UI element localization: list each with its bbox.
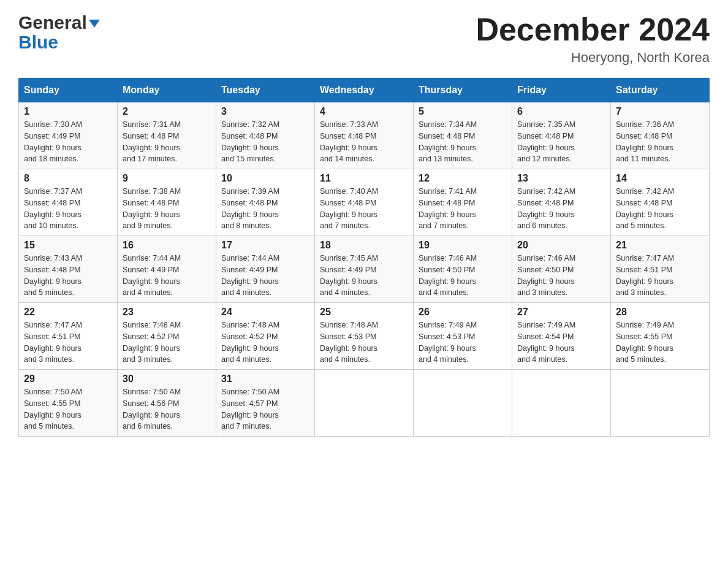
day-sun-info: Sunrise: 7:42 AMSunset: 4:48 PMDaylight:… [517,186,605,232]
day-number: 24 [221,307,309,318]
calendar-day-cell: 9Sunrise: 7:38 AMSunset: 4:48 PMDaylight… [118,169,216,236]
calendar-day-cell: 29Sunrise: 7:50 AMSunset: 4:55 PMDayligh… [19,370,118,437]
calendar-day-cell: 8Sunrise: 7:37 AMSunset: 4:48 PMDaylight… [19,169,118,236]
calendar-day-cell: 25Sunrise: 7:48 AMSunset: 4:53 PMDayligh… [315,303,414,370]
calendar-day-cell: 26Sunrise: 7:49 AMSunset: 4:53 PMDayligh… [414,303,512,370]
calendar-day-cell: 27Sunrise: 7:49 AMSunset: 4:54 PMDayligh… [512,303,611,370]
day-sun-info: Sunrise: 7:46 AMSunset: 4:50 PMDaylight:… [517,253,605,299]
calendar-week-row: 29Sunrise: 7:50 AMSunset: 4:55 PMDayligh… [19,370,710,437]
day-sun-info: Sunrise: 7:40 AMSunset: 4:48 PMDaylight:… [320,186,408,232]
day-sun-info: Sunrise: 7:42 AMSunset: 4:48 PMDaylight:… [616,186,704,232]
weekday-header-wednesday: Wednesday [315,79,414,102]
calendar-week-row: 15Sunrise: 7:43 AMSunset: 4:48 PMDayligh… [19,236,710,303]
day-sun-info: Sunrise: 7:32 AMSunset: 4:48 PMDaylight:… [221,119,309,165]
day-number: 7 [616,106,704,117]
day-number: 29 [24,373,112,385]
day-sun-info: Sunrise: 7:41 AMSunset: 4:48 PMDaylight:… [419,186,507,232]
day-sun-info: Sunrise: 7:45 AMSunset: 4:49 PMDaylight:… [320,253,408,299]
calendar-day-cell: 17Sunrise: 7:44 AMSunset: 4:49 PMDayligh… [216,236,315,303]
weekday-header-thursday: Thursday [414,79,512,102]
calendar-day-cell: 13Sunrise: 7:42 AMSunset: 4:48 PMDayligh… [512,169,611,236]
day-sun-info: Sunrise: 7:50 AMSunset: 4:55 PMDaylight:… [24,386,112,432]
calendar-day-cell: 21Sunrise: 7:47 AMSunset: 4:51 PMDayligh… [611,236,710,303]
day-sun-info: Sunrise: 7:38 AMSunset: 4:48 PMDaylight:… [123,186,211,232]
logo-blue-text: Blue [18,33,58,52]
calendar-day-cell: 12Sunrise: 7:41 AMSunset: 4:48 PMDayligh… [414,169,512,236]
calendar-day-cell: 15Sunrise: 7:43 AMSunset: 4:48 PMDayligh… [19,236,118,303]
calendar-day-cell: 24Sunrise: 7:48 AMSunset: 4:52 PMDayligh… [216,303,315,370]
day-number: 17 [221,240,309,251]
day-sun-info: Sunrise: 7:48 AMSunset: 4:52 PMDaylight:… [221,320,309,366]
calendar-day-cell: 18Sunrise: 7:45 AMSunset: 4:49 PMDayligh… [315,236,414,303]
calendar-day-cell: 7Sunrise: 7:36 AMSunset: 4:48 PMDaylight… [611,102,710,169]
day-sun-info: Sunrise: 7:46 AMSunset: 4:50 PMDaylight:… [419,253,507,299]
calendar-week-row: 8Sunrise: 7:37 AMSunset: 4:48 PMDaylight… [19,169,710,236]
calendar-day-cell: 22Sunrise: 7:47 AMSunset: 4:51 PMDayligh… [19,303,118,370]
location-subtitle: Hoeryong, North Korea [476,50,710,66]
day-number: 27 [517,307,605,318]
day-sun-info: Sunrise: 7:50 AMSunset: 4:56 PMDaylight:… [123,386,211,432]
day-number: 25 [320,307,408,318]
day-number: 20 [517,240,605,251]
day-number: 5 [419,106,507,117]
day-sun-info: Sunrise: 7:43 AMSunset: 4:48 PMDaylight:… [24,253,112,299]
page-header: General Blue December 2024 Hoeryong, Nor… [18,12,710,66]
calendar-day-cell [414,370,512,437]
day-sun-info: Sunrise: 7:37 AMSunset: 4:48 PMDaylight:… [24,186,112,232]
day-sun-info: Sunrise: 7:47 AMSunset: 4:51 PMDaylight:… [24,320,112,366]
day-number: 2 [123,106,211,117]
logo: General Blue [18,12,100,52]
calendar-day-cell: 4Sunrise: 7:33 AMSunset: 4:48 PMDaylight… [315,102,414,169]
day-number: 3 [221,106,309,117]
day-sun-info: Sunrise: 7:48 AMSunset: 4:52 PMDaylight:… [123,320,211,366]
calendar-day-cell: 1Sunrise: 7:30 AMSunset: 4:49 PMDaylight… [19,102,118,169]
calendar-day-cell: 16Sunrise: 7:44 AMSunset: 4:49 PMDayligh… [118,236,216,303]
day-number: 4 [320,106,408,117]
day-sun-info: Sunrise: 7:31 AMSunset: 4:48 PMDaylight:… [123,119,211,165]
weekday-header-row: SundayMondayTuesdayWednesdayThursdayFrid… [19,79,710,102]
logo-triangle-icon [89,20,100,28]
day-number: 14 [616,173,704,184]
calendar-day-cell: 2Sunrise: 7:31 AMSunset: 4:48 PMDaylight… [118,102,216,169]
day-sun-info: Sunrise: 7:47 AMSunset: 4:51 PMDaylight:… [616,253,704,299]
day-number: 8 [24,173,112,184]
day-sun-info: Sunrise: 7:34 AMSunset: 4:48 PMDaylight:… [419,119,507,165]
day-number: 18 [320,240,408,251]
day-number: 19 [419,240,507,251]
day-sun-info: Sunrise: 7:44 AMSunset: 4:49 PMDaylight:… [221,253,309,299]
day-sun-info: Sunrise: 7:33 AMSunset: 4:48 PMDaylight:… [320,119,408,165]
calendar-day-cell: 3Sunrise: 7:32 AMSunset: 4:48 PMDaylight… [216,102,315,169]
day-number: 15 [24,240,112,251]
calendar-day-cell: 6Sunrise: 7:35 AMSunset: 4:48 PMDaylight… [512,102,611,169]
day-sun-info: Sunrise: 7:50 AMSunset: 4:57 PMDaylight:… [221,386,309,432]
day-number: 12 [419,173,507,184]
calendar-day-cell [315,370,414,437]
day-sun-info: Sunrise: 7:36 AMSunset: 4:48 PMDaylight:… [616,119,704,165]
day-sun-info: Sunrise: 7:30 AMSunset: 4:49 PMDaylight:… [24,119,112,165]
weekday-header-monday: Monday [118,79,216,102]
calendar-week-row: 22Sunrise: 7:47 AMSunset: 4:51 PMDayligh… [19,303,710,370]
calendar-day-cell [611,370,710,437]
day-number: 26 [419,307,507,318]
weekday-header-saturday: Saturday [611,79,710,102]
day-number: 11 [320,173,408,184]
calendar-day-cell: 11Sunrise: 7:40 AMSunset: 4:48 PMDayligh… [315,169,414,236]
day-number: 23 [123,307,211,318]
day-number: 10 [221,173,309,184]
calendar-day-cell: 31Sunrise: 7:50 AMSunset: 4:57 PMDayligh… [216,370,315,437]
weekday-header-tuesday: Tuesday [216,79,315,102]
day-sun-info: Sunrise: 7:35 AMSunset: 4:48 PMDaylight:… [517,119,605,165]
day-sun-info: Sunrise: 7:48 AMSunset: 4:53 PMDaylight:… [320,320,408,366]
weekday-header-friday: Friday [512,79,611,102]
calendar-day-cell: 23Sunrise: 7:48 AMSunset: 4:52 PMDayligh… [118,303,216,370]
day-number: 13 [517,173,605,184]
day-number: 31 [221,373,309,385]
day-number: 28 [616,307,704,318]
day-sun-info: Sunrise: 7:44 AMSunset: 4:49 PMDaylight:… [123,253,211,299]
calendar-day-cell: 14Sunrise: 7:42 AMSunset: 4:48 PMDayligh… [611,169,710,236]
title-block: December 2024 Hoeryong, North Korea [476,12,710,66]
weekday-header-sunday: Sunday [19,79,118,102]
day-number: 1 [24,106,112,117]
day-number: 30 [123,373,211,385]
day-number: 9 [123,173,211,184]
